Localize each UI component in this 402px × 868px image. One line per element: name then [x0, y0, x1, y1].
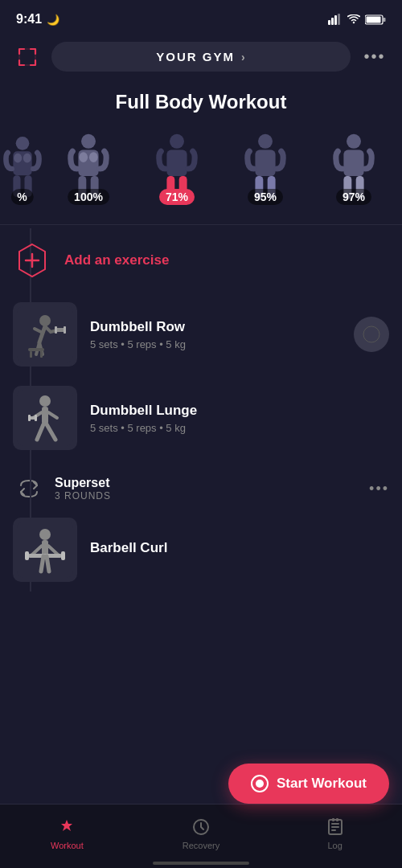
workout-nav-icon: [56, 817, 77, 837]
svg-rect-57: [331, 823, 339, 825]
bottom-navigation: Workout Recovery Log: [0, 804, 402, 868]
muscle-group-item[interactable]: 95%: [221, 123, 310, 211]
svg-rect-5: [384, 18, 386, 22]
muscle-pct-badge: 71%: [159, 189, 195, 205]
superset-icon: [13, 473, 45, 505]
status-icons: [328, 14, 386, 25]
exercise-meta: 5 sets • 5 reps • 5 kg: [90, 422, 389, 434]
svg-rect-47: [28, 415, 31, 421]
svg-rect-60: [332, 818, 334, 821]
recovery-nav-label: Recovery: [183, 841, 219, 850]
svg-rect-41: [40, 351, 43, 358]
svg-rect-24: [255, 150, 275, 176]
log-nav-label: Log: [328, 841, 343, 850]
dumbbell-row-figure-icon: [17, 306, 73, 362]
svg-rect-58: [331, 826, 339, 828]
svg-rect-61: [336, 818, 338, 821]
svg-rect-38: [64, 326, 66, 334]
exercise-info: Dumbbell Row 5 sets • 5 reps • 5 kg: [90, 319, 341, 350]
exercise-thumbnail: [13, 302, 77, 366]
recovery-nav-icon: [191, 817, 211, 837]
svg-point-42: [363, 326, 379, 342]
svg-rect-20: [166, 150, 187, 176]
svg-point-18: [89, 152, 98, 162]
svg-rect-28: [343, 150, 363, 176]
svg-point-50: [39, 529, 51, 540]
svg-point-23: [258, 134, 273, 149]
exercise-name: Dumbbell Row: [90, 319, 341, 335]
svg-rect-37: [55, 326, 57, 334]
muscle-pct-badge: %: [10, 189, 33, 205]
exercise-thumbnail: [13, 386, 77, 450]
svg-rect-6: [367, 16, 381, 23]
svg-rect-40: [30, 351, 32, 358]
svg-point-12: [23, 154, 31, 163]
svg-point-27: [347, 134, 361, 149]
wifi-icon: [347, 14, 360, 24]
svg-rect-59: [331, 829, 336, 831]
header: YOUR GYM › •••: [0, 35, 402, 78]
muscle-group-item[interactable]: 71%: [133, 123, 221, 211]
section-divider: [0, 224, 402, 225]
superset-info: Superset 3 ROUNDS: [55, 476, 359, 502]
exercise-thumbnail: [13, 518, 77, 582]
muscle-pct-badge: 97%: [336, 189, 371, 205]
svg-rect-53: [25, 551, 29, 560]
barbell-curl-figure-icon: [17, 522, 73, 578]
svg-point-13: [81, 134, 96, 149]
svg-rect-3: [338, 14, 340, 25]
muscle-pct-badge: 100%: [68, 189, 109, 205]
exercise-list: Add an exercise: [0, 228, 402, 592]
home-indicator: [153, 862, 249, 865]
svg-rect-2: [334, 15, 337, 25]
gym-label: YOUR GYM: [156, 50, 235, 63]
more-options-icon[interactable]: •••: [360, 43, 389, 72]
moon-icon: 🌙: [47, 14, 59, 26]
muscle-group-item[interactable]: 97%: [310, 123, 398, 211]
svg-rect-39: [28, 348, 44, 351]
add-exercise-button[interactable]: Add an exercise: [13, 228, 389, 293]
svg-point-44: [39, 395, 51, 407]
start-workout-button[interactable]: Start Workout: [228, 764, 389, 804]
nav-item-workout[interactable]: Workout: [0, 817, 134, 857]
log-nav-icon: [325, 817, 346, 837]
exercise-item-barbell-curl[interactable]: Barbell Curl: [13, 508, 389, 592]
status-time: 9:41 🌙: [16, 12, 59, 27]
dumbbell-lunge-figure-icon: [17, 390, 73, 446]
expand-icon[interactable]: [13, 43, 42, 72]
exercise-item-dumbbell-lunge[interactable]: Dumbbell Lunge 5 sets • 5 reps • 5 kg: [13, 376, 389, 460]
add-hex-icon: [13, 241, 51, 280]
workout-nav-label: Workout: [51, 841, 84, 850]
svg-rect-1: [331, 18, 334, 25]
svg-rect-0: [328, 20, 330, 25]
svg-rect-45: [42, 407, 48, 424]
signal-icon: [328, 14, 343, 25]
gym-button[interactable]: YOUR GYM ›: [51, 42, 351, 72]
svg-rect-54: [61, 551, 65, 560]
exercise-toggle-button[interactable]: [354, 317, 389, 352]
status-bar: 9:41 🌙: [0, 0, 402, 35]
add-exercise-label: Add an exercise: [64, 252, 169, 268]
exercise-info: Dumbbell Lunge 5 sets • 5 reps • 5 kg: [90, 403, 389, 434]
start-dot: [256, 780, 264, 788]
nav-item-recovery[interactable]: Recovery: [134, 817, 269, 857]
superset-more-icon[interactable]: •••: [369, 481, 389, 497]
muscle-group-item[interactable]: 100%: [44, 123, 133, 211]
svg-point-7: [15, 137, 29, 150]
muscle-group-item[interactable]: %: [0, 123, 44, 211]
svg-rect-34: [17, 306, 73, 362]
workout-title: Full Body Workout: [0, 78, 402, 123]
exercise-info: Barbell Curl: [90, 540, 389, 559]
svg-point-19: [170, 134, 184, 149]
svg-point-17: [79, 152, 88, 162]
exercise-item-dumbbell-row[interactable]: Dumbbell Row 5 sets • 5 reps • 5 kg: [13, 293, 389, 376]
battery-icon: [365, 14, 386, 25]
start-workout-icon: [251, 775, 269, 792]
start-workout-label: Start Workout: [277, 776, 367, 792]
superset-rounds: 3 ROUNDS: [55, 490, 359, 502]
exercise-name: Dumbbell Lunge: [90, 403, 389, 419]
svg-rect-48: [35, 415, 37, 421]
nav-item-log[interactable]: Log: [268, 817, 402, 857]
exercise-meta: 5 sets • 5 reps • 5 kg: [90, 338, 341, 350]
muscle-pct-badge: 95%: [248, 189, 283, 205]
